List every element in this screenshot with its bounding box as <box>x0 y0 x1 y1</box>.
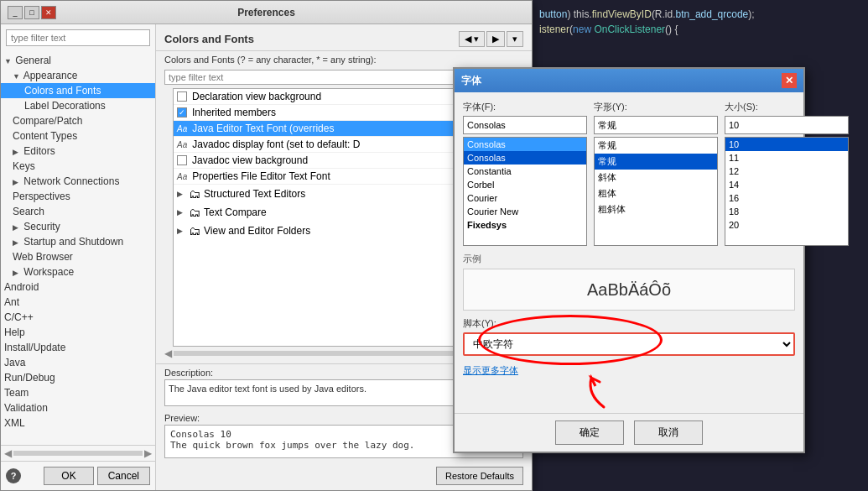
font-size-item-16[interactable]: 16 <box>725 191 848 205</box>
cancel-button[interactable]: Cancel <box>97 467 150 485</box>
font-size-column: 大小(S): 10 11 12 14 16 18 20 <box>725 101 849 246</box>
sidebar-item-content-types[interactable]: Content Types <box>1 128 155 144</box>
expand-icon: ▶ <box>177 190 185 198</box>
font-list-item-consolas-2[interactable]: Consolas <box>464 151 586 165</box>
font-size-item-20[interactable]: 20 <box>725 218 848 232</box>
maximize-button[interactable]: □ <box>24 6 39 19</box>
font-script-row: 脚本(Y): 中欧字符 <box>463 317 795 356</box>
font-style-label: 字形(Y): <box>594 101 718 113</box>
sidebar-item-xml[interactable]: XML <box>1 415 155 431</box>
sidebar-item-perspectives[interactable]: Perspectives <box>1 189 155 204</box>
sidebar-item-search[interactable]: Search <box>1 204 155 219</box>
sidebar-item-team[interactable]: Team <box>1 385 155 400</box>
close-button[interactable]: ✕ <box>41 6 56 19</box>
sidebar-item-cpp[interactable]: C/C++ <box>1 310 155 325</box>
menu-button[interactable]: ▾ <box>507 31 523 47</box>
font-style-item-bold-italic[interactable]: 粗斜体 <box>595 201 717 217</box>
font-size-item-10[interactable]: 10 <box>725 138 848 151</box>
list-item-declaration-bg[interactable]: Declaration view background <box>174 89 465 105</box>
folder-icon-3: 🗂 <box>189 224 200 238</box>
font-size-item-12[interactable]: 12 <box>725 165 848 178</box>
list-item-text-compare[interactable]: ▶ 🗂 Text Compare <box>174 203 465 222</box>
javadoc-bg-checkbox[interactable] <box>177 155 187 165</box>
list-item-structured-text[interactable]: ▶ 🗂 Structured Text Editors <box>174 185 465 203</box>
aa-icon-javadoc-display: Aa <box>177 140 187 149</box>
font-style-input[interactable] <box>594 116 718 134</box>
sidebar-item-install-update[interactable]: Install/Update <box>1 340 155 355</box>
expand-icon-2: ▶ <box>177 208 185 217</box>
sidebar-item-ant[interactable]: Ant <box>1 295 155 310</box>
aa-icon-properties: Aa <box>177 172 187 181</box>
sidebar-item-run-debug[interactable]: Run/Debug <box>1 370 155 385</box>
help-icon[interactable]: ? <box>6 468 21 483</box>
font-style-list[interactable]: 常规 常规 斜体 粗体 粗斜体 <box>594 137 718 246</box>
list-item-java-editor-font[interactable]: Aa Java Editor Text Font (overrides <box>174 121 465 137</box>
font-list-item-constantia[interactable]: Constantia <box>464 165 586 178</box>
sidebar-item-compare-patch[interactable]: Compare/Patch <box>1 113 155 128</box>
code-line-1: button) this.findViewByID(R.id.btn_add_q… <box>539 7 861 22</box>
sidebar-item-java[interactable]: Java <box>1 355 155 370</box>
sidebar-item-general[interactable]: ▼ General <box>1 53 155 68</box>
font-list-item-courier-new[interactable]: Courier New <box>464 205 586 218</box>
font-script-select[interactable]: 中欧字符 <box>463 332 795 356</box>
list-item-javadoc-bg[interactable]: Javadoc view background <box>174 153 465 169</box>
restore-defaults-button[interactable]: Restore Defaults <box>436 467 523 485</box>
font-style-column: 字形(Y): 常规 常规 斜体 粗体 粗斜体 <box>594 101 718 246</box>
expand-icon-3: ▶ <box>177 227 185 235</box>
font-ok-button[interactable]: 确定 <box>555 420 624 445</box>
font-top-row: 字体(F): Consolas Consolas Constantia Corb… <box>463 101 795 246</box>
font-dialog-close-button[interactable]: ✕ <box>782 73 797 88</box>
forward-button[interactable]: ▶ <box>486 31 505 47</box>
aa-icon-java-editor: Aa <box>177 124 187 133</box>
font-list-item-corbel[interactable]: Corbel <box>464 178 586 191</box>
sidebar-item-startup-shutdown[interactable]: ▶ Startup and Shutdown <box>1 234 155 249</box>
font-list-item-consolas-1[interactable]: Consolas <box>464 138 586 151</box>
folder-icon: 🗂 <box>189 187 200 201</box>
sidebar-tree: ▼ General ▼ Appearance Colors and Fonts … <box>1 51 155 445</box>
font-style-item-normal1[interactable]: 常规 <box>595 138 717 154</box>
sidebar-item-android[interactable]: Android <box>1 279 155 295</box>
font-size-list[interactable]: 10 11 12 14 16 18 20 <box>725 137 849 246</box>
window-title: Preferences <box>58 7 475 18</box>
font-name-input[interactable] <box>463 116 587 134</box>
sidebar-item-help[interactable]: Help <box>1 325 155 340</box>
font-style-item-normal2[interactable]: 常规 <box>595 154 717 170</box>
list-item-view-editor-folders[interactable]: ▶ 🗂 View and Editor Folders <box>174 222 465 240</box>
font-size-input[interactable] <box>725 116 849 134</box>
sidebar-item-workspace[interactable]: ▶ Workspace <box>1 264 155 279</box>
font-style-item-bold[interactable]: 粗体 <box>595 185 717 201</box>
bottom-buttons: Restore Defaults <box>156 463 532 490</box>
sidebar-item-web-browser[interactable]: Web Browser <box>1 249 155 264</box>
font-style-item-italic[interactable]: 斜体 <box>595 170 717 185</box>
font-name-list[interactable]: Consolas Consolas Constantia Corbel Cour… <box>463 137 587 246</box>
minimize-button[interactable]: _ <box>8 6 23 19</box>
sidebar-item-editors[interactable]: ▶ Editors <box>1 144 155 159</box>
font-list-item-courier[interactable]: Courier <box>464 191 586 205</box>
font-cancel-button[interactable]: 取消 <box>634 420 703 445</box>
font-sample-label: 示例 <box>463 253 795 265</box>
font-script-label: 脚本(Y): <box>463 317 795 330</box>
sidebar-item-appearance[interactable]: ▼ Appearance <box>1 68 155 83</box>
font-list-item-fixedsys[interactable]: Fixedsys <box>464 218 586 232</box>
font-size-item-14[interactable]: 14 <box>725 178 848 191</box>
show-more-fonts-link[interactable]: 显示更多字体 <box>463 363 795 379</box>
sidebar-item-colors-fonts[interactable]: Colors and Fonts <box>1 83 155 98</box>
declaration-bg-checkbox[interactable] <box>177 91 187 102</box>
sidebar-item-validation[interactable]: Validation <box>1 400 155 415</box>
sidebar-item-network-connections[interactable]: ▶ Network Connections <box>1 174 155 189</box>
sidebar-item-label-decorations[interactable]: Label Decorations <box>1 98 155 113</box>
sidebar-item-security[interactable]: ▶ Security <box>1 219 155 234</box>
list-item-properties-font[interactable]: Aa Properties File Editor Text Font <box>174 169 465 185</box>
ok-button[interactable]: OK <box>44 467 93 485</box>
inherited-members-checkbox[interactable] <box>177 107 187 118</box>
list-item-inherited-members[interactable]: Inherited members <box>174 105 465 121</box>
font-size-item-11[interactable]: 11 <box>725 151 848 165</box>
font-size-item-18[interactable]: 18 <box>725 205 848 218</box>
back-button[interactable]: ◀ ▾ <box>459 31 485 47</box>
font-dialog-body: 字体(F): Consolas Consolas Constantia Corb… <box>455 92 803 413</box>
sidebar-filter-input[interactable] <box>6 29 150 46</box>
font-dialog-titlebar: 字体 ✕ <box>455 69 803 92</box>
list-item-javadoc-display[interactable]: Aa Javadoc display font (set to default:… <box>174 137 465 153</box>
font-sample-wrapper: 示例 AaBbÄáÔõ <box>463 253 795 311</box>
sidebar-item-keys[interactable]: Keys <box>1 159 155 174</box>
